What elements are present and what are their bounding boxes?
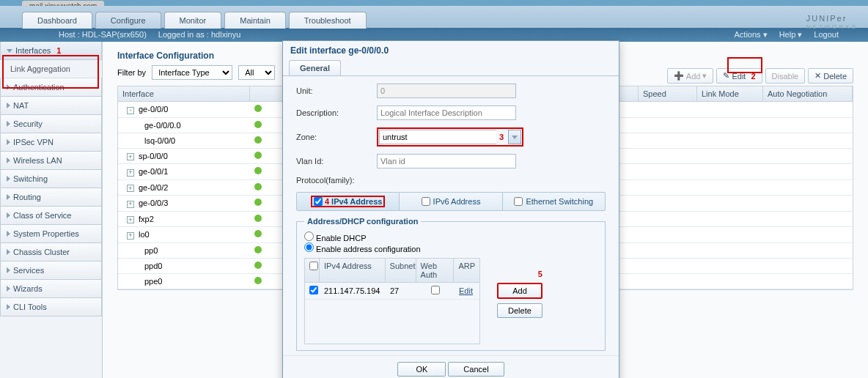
delete-button[interactable]: ✕Delete <box>808 68 853 84</box>
add-button[interactable]: ➕Add ▾ <box>667 68 714 84</box>
actions-menu[interactable]: Actions ▾ <box>735 30 768 40</box>
interface-name: fxp2 <box>139 215 154 223</box>
col-speed[interactable]: Speed <box>639 86 697 101</box>
arp-edit-link[interactable]: Edit <box>455 284 479 298</box>
chevron-down-icon <box>7 49 12 53</box>
description-input[interactable] <box>377 105 516 120</box>
sidebar-item-chassis-cluster[interactable]: Chassis Cluster <box>0 243 102 262</box>
tab-troubleshoot[interactable]: Troubleshoot <box>289 12 367 29</box>
disable-button[interactable]: Disable <box>765 68 806 84</box>
vlan-input[interactable] <box>377 154 516 168</box>
delete-address-button[interactable]: Delete <box>497 303 542 318</box>
interface-name: lo0 <box>139 230 150 239</box>
address-row[interactable]: 211.147.75.194 27 Edit <box>305 283 479 300</box>
vlan-label: Vlan Id: <box>296 157 377 166</box>
sidebar-item-wireless-lan[interactable]: Wireless LAN <box>0 152 102 170</box>
sidebar-item-authentication[interactable]: Authentication <box>0 78 102 97</box>
proto-tab-ipv6[interactable]: IPv6 Address <box>400 193 502 210</box>
edit-button[interactable]: ✎Edit2 <box>716 68 762 84</box>
interface-name: ge-0/0/1 <box>139 167 168 176</box>
x-icon: ✕ <box>814 71 821 81</box>
chevron-right-icon <box>7 231 10 237</box>
sidebar-item-nat[interactable]: NAT <box>0 97 102 115</box>
chevron-right-icon <box>7 304 10 310</box>
status-dot-icon <box>254 105 262 112</box>
sidebar-item-security[interactable]: Security <box>0 115 102 133</box>
col-linkmode[interactable]: Link Mode <box>697 86 763 101</box>
cancel-button[interactable]: Cancel <box>448 362 504 377</box>
expand-icon[interactable]: + <box>127 153 134 160</box>
chevron-right-icon <box>7 267 10 273</box>
filter-type-select[interactable]: Interface Type <box>152 65 232 80</box>
sidebar-item-switching[interactable]: Switching <box>0 170 102 188</box>
status-dot-icon <box>254 246 262 253</box>
ok-button[interactable]: OK <box>397 362 446 377</box>
status-dot-icon <box>254 167 262 174</box>
help-link[interactable]: Help ▾ <box>779 30 803 40</box>
expand-icon[interactable]: + <box>127 201 134 208</box>
address-table: IPv4 Address Subnet Web Auth ARP 211.147… <box>304 258 480 344</box>
interface-name: lsq-0/0/0 <box>144 136 175 145</box>
sidebar-item-services[interactable]: Services <box>0 262 102 280</box>
proto-tab-eth[interactable]: Ethernet Switching <box>503 193 605 210</box>
sidebar-item-ipsec-vpn[interactable]: IPSec VPN <box>0 133 102 152</box>
user-label: Logged in as : hdlxinyu <box>158 30 241 40</box>
sidebar-sub-link-aggregation[interactable]: Link Aggregation <box>0 60 102 78</box>
tab-configure[interactable]: Configure <box>95 12 161 29</box>
pencil-icon: ✎ <box>723 71 729 81</box>
edit-interface-dialog: Edit interface ge-0/0/0.0 General Unit: … <box>282 40 619 378</box>
select-all-checkbox[interactable] <box>309 262 318 270</box>
sidebar-item-cos[interactable]: Class of Service <box>0 207 102 225</box>
chevron-right-icon <box>7 286 10 292</box>
status-dot-icon <box>254 277 262 284</box>
expand-icon[interactable]: + <box>127 216 134 223</box>
col-interface[interactable]: Interface <box>118 86 250 101</box>
webauth-checkbox[interactable] <box>431 286 440 294</box>
tab-dashboard[interactable]: Dashboard <box>22 12 92 29</box>
filter-all-select[interactable]: All <box>238 65 275 80</box>
proto-tab-ipv4[interactable]: 4IPv4 Address <box>297 193 400 210</box>
sidebar-item-routing[interactable]: Routing <box>0 188 102 207</box>
protocol-label: Protocol(family): <box>296 176 377 185</box>
zone-select[interactable] <box>379 130 496 144</box>
radio-address[interactable]: Enable address configuration <box>304 245 421 253</box>
interface-name: sp-0/0/0 <box>139 152 168 160</box>
sidebar-item-interfaces[interactable]: Interfaces1 <box>0 42 102 60</box>
col-autoneg[interactable]: Auto Negotiation <box>763 86 853 101</box>
tab-maintain[interactable]: Maintain <box>224 12 286 29</box>
chevron-right-icon <box>7 139 10 145</box>
chevron-right-icon <box>7 103 10 108</box>
eth-checkbox[interactable] <box>514 197 523 206</box>
zone-dropdown-button[interactable] <box>508 130 521 144</box>
logout-link[interactable]: Logout <box>814 30 839 40</box>
expand-icon[interactable]: + <box>127 169 134 177</box>
dialog-title: Edit interface ge-0/0/0.0 <box>283 41 619 60</box>
sidebar-item-system-properties[interactable]: System Properties <box>0 225 102 243</box>
status-dot-icon <box>254 199 262 206</box>
dialog-tab-general[interactable]: General <box>289 60 341 75</box>
chevron-right-icon <box>7 249 10 255</box>
tab-monitor[interactable]: Monitor <box>164 12 222 29</box>
cell-ip: 211.147.75.194 <box>320 284 386 298</box>
chevron-right-icon <box>7 121 10 127</box>
filter-label: Filter by <box>117 68 146 77</box>
ipv4-checkbox[interactable] <box>314 197 323 206</box>
expand-icon[interactable]: + <box>127 232 134 240</box>
interface-name: ppe0 <box>144 277 162 286</box>
row-checkbox[interactable] <box>309 286 318 294</box>
collapse-icon[interactable]: - <box>127 107 134 114</box>
sidebar-item-cli-tools[interactable]: CLI Tools <box>0 298 102 316</box>
add-address-button[interactable]: Add <box>497 283 542 299</box>
status-dot-icon <box>254 183 262 190</box>
cell-subnet: 27 <box>386 284 416 298</box>
ipv6-checkbox[interactable] <box>422 197 430 206</box>
expand-icon[interactable]: + <box>127 185 134 192</box>
sidebar-item-wizards[interactable]: Wizards <box>0 280 102 298</box>
radio-dhcp[interactable]: Enable DHCP <box>304 234 367 242</box>
status-dot-icon <box>254 136 262 144</box>
address-fieldset: Address/DHCP configuration Enable DHCP E… <box>296 217 606 351</box>
interface-name: ge-0/0/0.0 <box>144 121 181 130</box>
fieldset-legend: Address/DHCP configuration <box>304 217 421 226</box>
status-dot-icon <box>254 121 262 128</box>
interface-name: ge-0/0/3 <box>139 199 168 207</box>
